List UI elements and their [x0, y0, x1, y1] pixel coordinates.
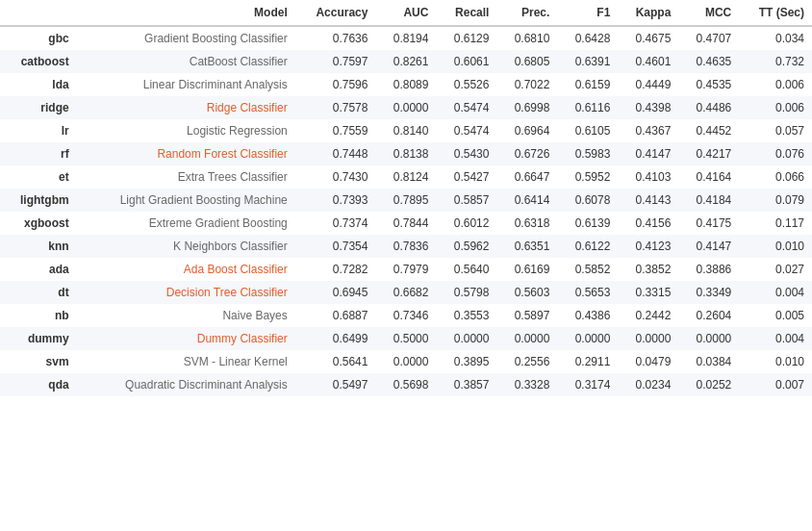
cell-recall: 0.5962 [436, 235, 496, 258]
cell-prec: 0.6318 [496, 212, 557, 235]
cell-recall: 0.5526 [436, 73, 496, 96]
cell-recall: 0.3895 [436, 350, 496, 373]
cell-tt: 0.079 [739, 189, 812, 212]
table-row: xgboost Extreme Gradient Boosting 0.7374… [0, 212, 812, 235]
table-row: dummy Dummy Classifier 0.6499 0.5000 0.0… [0, 327, 812, 350]
cell-tt: 0.007 [739, 373, 812, 396]
cell-recall: 0.6061 [436, 50, 496, 73]
cell-model: Logistic Regression [77, 119, 295, 142]
cell-auc: 0.8140 [375, 119, 436, 142]
cell-f1: 0.5653 [557, 281, 618, 304]
cell-recall: 0.0000 [436, 327, 496, 350]
cell-mcc: 0.4535 [678, 73, 739, 96]
cell-accuracy: 0.5641 [295, 350, 376, 373]
cell-kappa: 0.4156 [618, 212, 678, 235]
cell-id: svm [0, 350, 77, 373]
cell-prec: 0.6805 [496, 50, 557, 73]
cell-prec: 0.6964 [496, 119, 557, 142]
cell-auc: 0.0000 [375, 350, 436, 373]
col-header-id [0, 0, 77, 26]
cell-model: CatBoost Classifier [77, 50, 295, 73]
cell-prec: 0.0000 [496, 327, 557, 350]
cell-accuracy: 0.7354 [295, 235, 376, 258]
col-header-f1: F1 [557, 0, 618, 26]
cell-kappa: 0.4123 [618, 235, 678, 258]
cell-mcc: 0.4452 [678, 119, 739, 142]
cell-accuracy: 0.6945 [295, 281, 376, 304]
cell-model: Decision Tree Classifier [77, 281, 295, 304]
cell-id: qda [0, 373, 77, 396]
cell-tt: 0.117 [739, 212, 812, 235]
cell-accuracy: 0.7578 [295, 96, 376, 119]
cell-kappa: 0.4449 [618, 73, 678, 96]
cell-recall: 0.5474 [436, 96, 496, 119]
cell-kappa: 0.3315 [618, 281, 678, 304]
cell-id: xgboost [0, 212, 77, 235]
cell-tt: 0.006 [739, 73, 812, 96]
cell-recall: 0.3857 [436, 373, 496, 396]
cell-kappa: 0.4103 [618, 165, 678, 189]
cell-id: ridge [0, 96, 77, 119]
cell-accuracy: 0.7393 [295, 189, 376, 212]
table-row: rf Random Forest Classifier 0.7448 0.813… [0, 142, 812, 165]
cell-f1: 0.2911 [557, 350, 618, 373]
table-row: qda Quadratic Discriminant Analysis 0.54… [0, 373, 812, 396]
cell-recall: 0.3553 [436, 304, 496, 327]
cell-tt: 0.006 [739, 96, 812, 119]
cell-model: Light Gradient Boosting Machine [77, 189, 295, 212]
cell-tt: 0.005 [739, 304, 812, 327]
cell-id: et [0, 165, 77, 189]
table-body: gbc Gradient Boosting Classifier 0.7636 … [0, 26, 812, 396]
cell-model: Extreme Gradient Boosting [77, 212, 295, 235]
cell-tt: 0.010 [739, 235, 812, 258]
cell-f1: 0.3174 [557, 373, 618, 396]
cell-model: Linear Discriminant Analysis [77, 73, 295, 96]
cell-mcc: 0.3886 [678, 258, 739, 281]
cell-accuracy: 0.7559 [295, 119, 376, 142]
cell-auc: 0.8194 [375, 26, 436, 50]
cell-f1: 0.6391 [557, 50, 618, 73]
table-row: knn K Neighbors Classifier 0.7354 0.7836… [0, 235, 812, 258]
table-row: gbc Gradient Boosting Classifier 0.7636 … [0, 26, 812, 50]
model-comparison-table: Model Accuracy AUC Recall Prec. F1 Kappa… [0, 0, 812, 396]
cell-model: Extra Trees Classifier [77, 165, 295, 189]
col-header-auc: AUC [375, 0, 436, 26]
table-row: nb Naive Bayes 0.6887 0.7346 0.3553 0.58… [0, 304, 812, 327]
cell-recall: 0.6129 [436, 26, 496, 50]
cell-id: knn [0, 235, 77, 258]
cell-accuracy: 0.6887 [295, 304, 376, 327]
cell-f1: 0.6122 [557, 235, 618, 258]
cell-recall: 0.5857 [436, 189, 496, 212]
cell-auc: 0.5000 [375, 327, 436, 350]
col-header-tt: TT (Sec) [739, 0, 812, 26]
cell-auc: 0.8138 [375, 142, 436, 165]
col-header-mcc: MCC [678, 0, 739, 26]
cell-recall: 0.6012 [436, 212, 496, 235]
cell-auc: 0.7979 [375, 258, 436, 281]
cell-prec: 0.6414 [496, 189, 557, 212]
cell-auc: 0.7895 [375, 189, 436, 212]
cell-kappa: 0.3852 [618, 258, 678, 281]
cell-kappa: 0.4398 [618, 96, 678, 119]
cell-accuracy: 0.7448 [295, 142, 376, 165]
cell-model: Dummy Classifier [77, 327, 295, 350]
col-header-model: Model [77, 0, 295, 26]
cell-id: catboost [0, 50, 77, 73]
col-header-accuracy: Accuracy [295, 0, 376, 26]
cell-kappa: 0.4675 [618, 26, 678, 50]
cell-prec: 0.6647 [496, 165, 557, 189]
table-header-row: Model Accuracy AUC Recall Prec. F1 Kappa… [0, 0, 812, 26]
cell-id: lr [0, 119, 77, 142]
cell-recall: 0.5640 [436, 258, 496, 281]
cell-accuracy: 0.7596 [295, 73, 376, 96]
table-row: et Extra Trees Classifier 0.7430 0.8124 … [0, 165, 812, 189]
cell-id: gbc [0, 26, 77, 50]
cell-f1: 0.6105 [557, 119, 618, 142]
cell-f1: 0.4386 [557, 304, 618, 327]
cell-auc: 0.8261 [375, 50, 436, 73]
cell-f1: 0.6116 [557, 96, 618, 119]
cell-kappa: 0.4143 [618, 189, 678, 212]
cell-id: ada [0, 258, 77, 281]
cell-kappa: 0.0479 [618, 350, 678, 373]
col-header-kappa: Kappa [618, 0, 678, 26]
